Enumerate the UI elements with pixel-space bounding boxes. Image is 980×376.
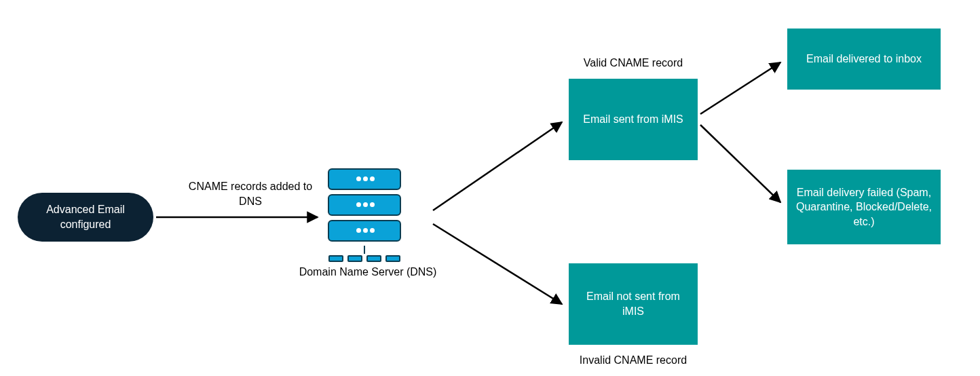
server-rack-row <box>328 220 401 242</box>
server-rack-row <box>328 194 401 216</box>
valid-cname-label-text: Valid CNAME record <box>584 57 683 69</box>
invalid-cname-label-text: Invalid CNAME record <box>580 354 687 366</box>
email-not-sent-text: Email not sent from iMIS <box>576 289 691 318</box>
dns-server-icon <box>324 168 405 262</box>
delivered-node: Email delivered to inbox <box>787 29 941 90</box>
server-stand <box>364 246 365 254</box>
start-node: Advanced Email configured <box>18 193 153 242</box>
arrow-dns-valid <box>433 122 562 210</box>
invalid-cname-label: Invalid CNAME record <box>569 353 698 368</box>
delivered-text: Email delivered to inbox <box>806 52 922 67</box>
server-feet <box>324 255 405 262</box>
edge-label-start-dns: CNAME records added to DNS <box>186 179 315 208</box>
arrow-dns-invalid <box>433 224 562 304</box>
email-sent-node: Email sent from iMIS <box>569 79 698 160</box>
valid-cname-label: Valid CNAME record <box>569 56 698 71</box>
email-not-sent-node: Email not sent from iMIS <box>569 263 698 345</box>
email-sent-text: Email sent from iMIS <box>583 112 683 127</box>
arrow-sent-delivered <box>700 62 780 114</box>
start-node-text: Advanced Email configured <box>24 202 147 231</box>
dns-caption: Domain Name Server (DNS) <box>293 265 442 280</box>
failed-text: Email delivery failed (Spam, Quarantine,… <box>794 185 934 229</box>
dns-caption-text: Domain Name Server (DNS) <box>299 266 437 278</box>
edge-label-start-dns-text: CNAME records added to DNS <box>189 181 312 207</box>
server-rack-row <box>328 168 401 190</box>
failed-node: Email delivery failed (Spam, Quarantine,… <box>787 170 941 244</box>
arrow-sent-failed <box>700 125 780 202</box>
